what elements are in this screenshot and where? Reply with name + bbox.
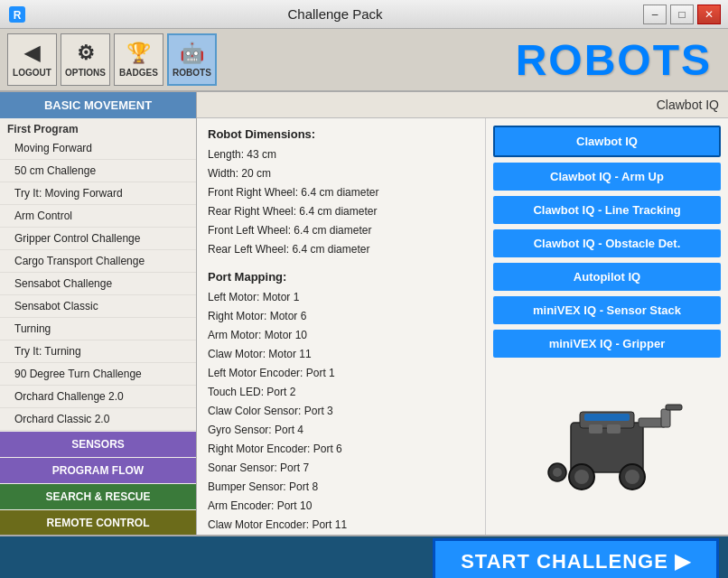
sidebar: BASIC MOVEMENT First Program Moving Forw… xyxy=(0,92,197,535)
svg-rect-14 xyxy=(589,424,602,434)
badges-button[interactable]: 🏆 BADGES xyxy=(114,33,163,86)
main-area: BASIC MOVEMENT First Program Moving Forw… xyxy=(0,92,728,535)
dim-width: Width: 20 cm xyxy=(208,165,474,182)
start-challenge-button[interactable]: START CHALLENGE ▶ xyxy=(433,538,719,578)
sidebar-item-50cm[interactable]: 50 cm Challenge xyxy=(0,160,196,182)
robots-icon: 🤖 xyxy=(180,42,204,65)
program-flow-category[interactable]: PROGRAM FLOW xyxy=(0,458,196,483)
svg-point-8 xyxy=(574,470,589,484)
port-right-enc: Right Motor Encoder: Port 6 xyxy=(208,441,474,457)
sensors-category[interactable]: SENSORS xyxy=(0,432,196,457)
sidebar-item-try-turning[interactable]: Try It: Turning xyxy=(0,340,196,363)
search-rescue-category[interactable]: SEARCH & RESCUE xyxy=(0,484,196,509)
robots-button[interactable]: 🤖 ROBOTS xyxy=(167,33,217,86)
dim-rlw: Rear Left Wheel: 6.4 cm diameter xyxy=(208,241,474,257)
port-right-motor: Right Motor: Motor 6 xyxy=(208,308,474,324)
port-touch-led: Touch LED: Port 2 xyxy=(208,384,474,400)
robot-panel: Clawbot IQ Clawbot IQ - Arm Up Clawbot I… xyxy=(486,118,728,535)
robot-autopilot[interactable]: Autopilot IQ xyxy=(493,263,721,291)
port-claw-color: Claw Color Sensor: Port 3 xyxy=(208,403,474,419)
gear-icon: ⚙ xyxy=(77,42,95,65)
port-claw-enc: Claw Motor Encoder: Port 11 xyxy=(208,517,474,533)
sidebar-list: First Program Moving Forward 50 cm Chall… xyxy=(0,118,196,535)
info-panel: Robot Dimensions: Length: 43 cm Width: 2… xyxy=(197,118,486,535)
port-arm-enc: Arm Encoder: Port 10 xyxy=(208,498,474,514)
port-left-motor: Left Motor: Motor 1 xyxy=(208,289,474,305)
robot-clawbot-obstacle[interactable]: Clawbot IQ - Obstacle Det. xyxy=(493,229,721,257)
logout-label: LOGOUT xyxy=(13,68,51,78)
sidebar-item-gripper[interactable]: Gripper Control Challenge xyxy=(0,228,196,250)
sidebar-item-try-moving[interactable]: Try It: Moving Forward xyxy=(0,182,196,205)
svg-point-10 xyxy=(625,470,639,484)
minimize-button[interactable]: – xyxy=(643,5,667,24)
sidebar-item-cargo[interactable]: Cargo Transport Challenge xyxy=(0,250,196,273)
logout-button[interactable]: ◀ LOGOUT xyxy=(7,33,57,86)
content-area: Clawbot IQ Robot Dimensions: Length: 43 … xyxy=(197,92,728,535)
port-bumper: Bumper Sensor: Port 8 xyxy=(208,479,474,495)
robot-clawbot-arm-up[interactable]: Clawbot IQ - Arm Up xyxy=(493,163,721,191)
port-sonar: Sonar Sensor: Port 7 xyxy=(208,460,474,476)
brand-title: ROBOTS xyxy=(220,35,721,85)
dim-flw: Front Left Wheel: 6.4 cm diameter xyxy=(208,222,474,238)
close-button[interactable]: ✕ xyxy=(697,5,721,24)
port-claw-motor: Claw Motor: Motor 11 xyxy=(208,346,474,362)
svg-point-12 xyxy=(553,468,562,477)
window-controls: – □ ✕ xyxy=(643,5,721,24)
sidebar-item-sensabot-classic[interactable]: Sensabot Classic xyxy=(0,295,196,318)
dimensions-title: Robot Dimensions: xyxy=(208,127,474,141)
port-title: Port Mapping: xyxy=(208,270,474,284)
title-bar: R Challenge Pack – □ ✕ xyxy=(0,0,728,29)
port-gyro: Gyro Sensor: Port 4 xyxy=(208,422,474,438)
robot-image xyxy=(493,363,721,527)
port-left-enc: Left Motor Encoder: Port 1 xyxy=(208,365,474,381)
basic-movement-header[interactable]: BASIC MOVEMENT xyxy=(0,92,196,118)
sidebar-item-sensabot[interactable]: Sensabot Challenge xyxy=(0,273,196,295)
logout-icon: ◀ xyxy=(24,42,40,65)
maximize-button[interactable]: □ xyxy=(670,5,694,24)
robots-label: ROBOTS xyxy=(173,68,211,78)
robot-clawbot-line[interactable]: Clawbot IQ - Line Tracking xyxy=(493,196,721,224)
app-icon: R xyxy=(7,5,27,24)
sidebar-item-orchard2[interactable]: Orchard Challenge 2.0 xyxy=(0,386,196,408)
options-label: OPTIONS xyxy=(65,68,106,78)
robot-clawbot-iq[interactable]: Clawbot IQ xyxy=(493,126,721,157)
svg-rect-6 xyxy=(666,405,682,410)
options-button[interactable]: ⚙ OPTIONS xyxy=(61,33,110,86)
dim-rrw: Rear Right Wheel: 6.4 cm diameter xyxy=(208,203,474,219)
remote-control-category[interactable]: REMOTE CONTROL xyxy=(0,510,196,535)
badges-label: BADGES xyxy=(119,68,158,78)
dim-frw: Front Right Wheel: 6.4 cm diameter xyxy=(208,184,474,200)
sidebar-item-arm-control[interactable]: Arm Control xyxy=(0,205,196,228)
port-arm-motor: Arm Motor: Motor 10 xyxy=(208,327,474,343)
sidebar-item-moving-forward[interactable]: Moving Forward xyxy=(0,137,196,160)
badges-icon: 🏆 xyxy=(126,42,151,65)
content-header: Clawbot IQ xyxy=(197,92,728,118)
svg-rect-5 xyxy=(661,409,670,427)
svg-rect-13 xyxy=(584,414,630,421)
dim-length: Length: 43 cm xyxy=(208,146,474,163)
content-body: Robot Dimensions: Length: 43 cm Width: 2… xyxy=(197,118,728,535)
bottom-bar: START CHALLENGE ▶ xyxy=(0,535,728,578)
robot-minivex-gripper[interactable]: miniVEX IQ - Gripper xyxy=(493,330,721,358)
sidebar-item-90deg[interactable]: 90 Degree Turn Challenge xyxy=(0,363,196,386)
first-program-label: First Program xyxy=(0,118,196,137)
svg-rect-15 xyxy=(607,424,621,434)
svg-text:R: R xyxy=(14,9,22,22)
robot-minivex-sensor[interactable]: miniVEX IQ - Sensor Stack xyxy=(493,296,721,324)
sidebar-item-orchard-classic2[interactable]: Orchard Classic 2.0 xyxy=(0,408,196,431)
sidebar-item-turning[interactable]: Turning xyxy=(0,318,196,340)
window-title: Challenge Pack xyxy=(27,6,643,22)
toolbar: ◀ LOGOUT ⚙ OPTIONS 🏆 BADGES 🤖 ROBOTS ROB… xyxy=(0,29,728,92)
